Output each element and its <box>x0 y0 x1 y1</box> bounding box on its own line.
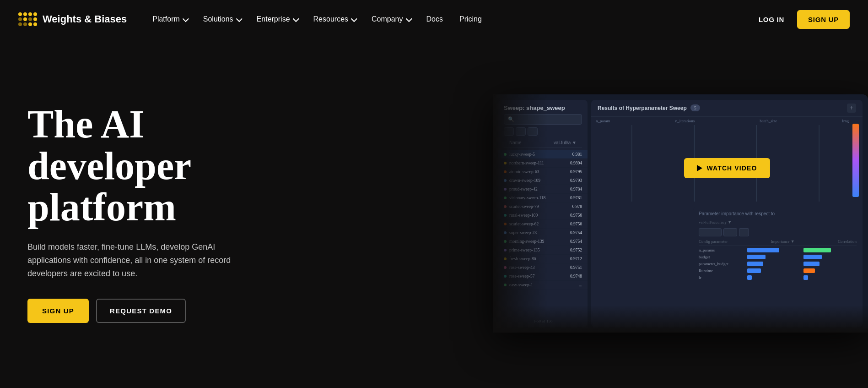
importance-bar-fill <box>747 248 779 252</box>
param-importance-subtitle: val-full/accuracy ▼ <box>699 220 857 224</box>
correlation-bar-fill <box>803 262 819 266</box>
hero-gradient-overlay <box>493 94 548 333</box>
param-row: budget <box>699 255 857 259</box>
nav-item-platform[interactable]: Platform <box>145 11 194 27</box>
panel-title: Results of Hyperparameter Sweep <box>598 105 687 111</box>
param-toolbar-btn[interactable] <box>699 228 722 236</box>
dashboard-inner: Sweep: shape_sweep 🔍 Name val-full/a ▼ <box>493 94 868 333</box>
nav-item-resources[interactable]: Resources <box>306 11 362 27</box>
param-toolbar-btn[interactable] <box>723 228 737 236</box>
logo-dots <box>18 12 37 26</box>
importance-bar-fill <box>747 255 766 259</box>
logo-dot <box>23 17 27 21</box>
watch-video-button[interactable]: WATCH VIDEO <box>684 158 770 178</box>
logo-dot <box>28 22 32 26</box>
hero-buttons: SIGN UP REQUEST DEMO <box>27 299 293 323</box>
nav-resources-label: Resources <box>313 15 348 23</box>
login-button[interactable]: LOG IN <box>753 12 790 27</box>
hyperparameter-panel: Results of Hyperparameter Sweep 5 + n_pa… <box>591 100 863 327</box>
hero-description: Build models faster, fine-tune LLMs, dev… <box>27 240 247 280</box>
logo-dot <box>28 12 32 16</box>
correlation-bar-fill <box>803 248 831 252</box>
logo-link[interactable]: Weights & Biases <box>18 12 127 26</box>
nav-item-docs[interactable]: Docs <box>419 11 450 27</box>
correlation-bar-fill <box>803 268 815 273</box>
logo-dot <box>33 12 37 16</box>
logo-dot <box>18 22 22 26</box>
param-name: Runtime <box>699 268 744 273</box>
row-val: 0.9752 <box>570 248 582 252</box>
nav-right: LOG IN SIGN UP <box>753 10 850 29</box>
row-val: 0.9784 <box>570 187 582 191</box>
row-val: 0.9756 <box>570 222 582 226</box>
brand-name: Weights & Biases <box>43 13 127 25</box>
nav-platform-label: Platform <box>152 15 180 23</box>
param-importance-title: Parameter importance with respect to <box>699 211 857 216</box>
chevron-down-icon <box>236 18 240 21</box>
param-row: Runtime <box>699 268 857 273</box>
hero-left: The AI developer platform Build models f… <box>27 104 293 322</box>
correlation-bar <box>803 275 857 280</box>
correlation-bar-fill <box>803 255 822 259</box>
logo-dot <box>23 22 27 26</box>
importance-bar <box>747 268 801 273</box>
nav-links: Platform Solutions Enterprise Resources … <box>145 11 753 27</box>
param-name: parameter_budget <box>699 262 744 266</box>
row-val: 0.9781 <box>570 196 582 200</box>
chevron-down-icon <box>292 18 297 21</box>
chevron-down-icon <box>405 18 410 21</box>
correlation-bar <box>803 248 857 252</box>
nav-item-solutions[interactable]: Solutions <box>196 11 248 27</box>
hero-title: The AI developer platform <box>27 104 293 228</box>
row-val: 0.9756 <box>570 213 582 218</box>
logo-dot <box>18 12 22 16</box>
param-toolbar <box>699 228 857 236</box>
hero-signup-button[interactable]: SIGN UP <box>27 299 89 323</box>
row-val: 0.9712 <box>570 257 582 261</box>
row-val: 0.9751 <box>570 265 582 270</box>
nav-item-company[interactable]: Company <box>364 11 417 27</box>
hero-demo-button[interactable]: REQUEST DEMO <box>96 299 186 323</box>
col-importance: Importance ▼ <box>771 239 795 244</box>
logo-dot <box>18 17 22 21</box>
panel-badge: 5 <box>690 104 700 111</box>
add-panel-button[interactable]: + <box>847 104 856 113</box>
param-name: n_params <box>699 248 744 252</box>
chevron-down-icon <box>350 18 355 21</box>
bottom-panels: Parameter importance with respect to val… <box>690 207 863 317</box>
panel-title-row: Results of Hyperparameter Sweep 5 <box>598 104 700 111</box>
row-val: 0.981 <box>572 152 582 157</box>
row-val: ... <box>579 283 582 287</box>
nav-enterprise-label: Enterprise <box>257 15 290 23</box>
signup-nav-button[interactable]: SIGN UP <box>797 10 850 29</box>
logo-dot <box>28 17 32 21</box>
importance-bar-fill <box>747 268 761 273</box>
param-col-headers: Config parameter Importance ▼ Correlatio… <box>699 239 857 246</box>
axis-label: lrng <box>842 119 849 123</box>
col-config: Config parameter <box>699 239 728 244</box>
col-correlation: Correlation <box>838 239 857 244</box>
row-val: 0.9804 <box>570 161 582 165</box>
importance-bar <box>747 255 801 259</box>
nav-solutions-label: Solutions <box>203 15 233 23</box>
nav-item-pricing[interactable]: Pricing <box>452 11 489 27</box>
nav-item-enterprise[interactable]: Enterprise <box>249 11 304 27</box>
param-row: lr <box>699 275 857 280</box>
axis-label: batch_size <box>760 119 777 123</box>
importance-bar-fill <box>747 262 763 266</box>
importance-bar <box>747 248 801 252</box>
param-importance-panel: Parameter importance with respect to val… <box>693 207 862 313</box>
hero-gradient-bottom <box>493 305 868 333</box>
logo-dot <box>33 22 37 26</box>
param-name: lr <box>699 275 744 280</box>
importance-bar <box>747 262 801 266</box>
watch-video-label: WATCH VIDEO <box>706 164 757 172</box>
nav-docs-label: Docs <box>426 15 443 23</box>
correlation-bar-fill <box>803 275 808 280</box>
nav-company-label: Company <box>372 15 403 23</box>
row-val: 0.9754 <box>570 230 582 235</box>
param-toolbar-btn[interactable] <box>739 228 749 236</box>
param-row: parameter_budget <box>699 262 857 266</box>
axis-label: n_param <box>596 119 610 123</box>
hero-dashboard: Sweep: shape_sweep 🔍 Name val-full/a ▼ <box>493 94 868 333</box>
